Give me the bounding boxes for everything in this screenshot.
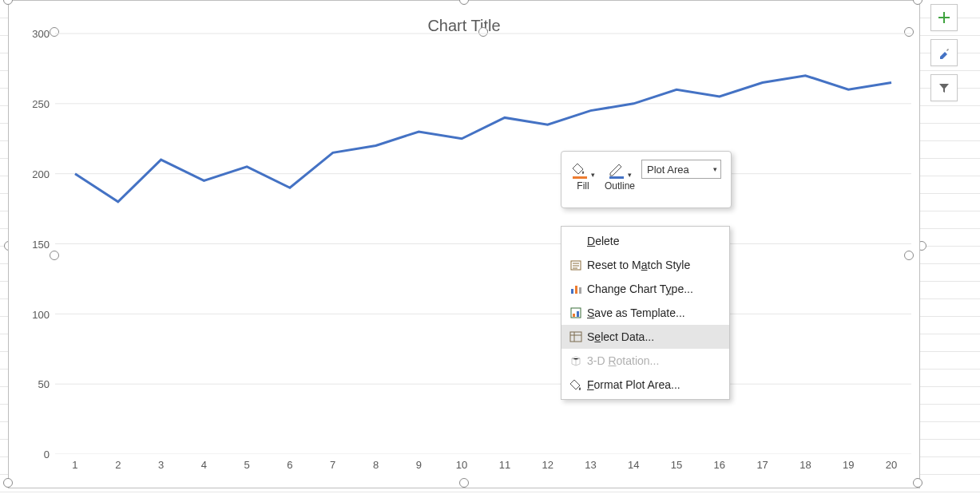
menu-format-plot-area[interactable]: Format Plot Area... xyxy=(561,373,729,397)
menu-label: Format Plot Area... xyxy=(587,378,680,391)
line-series[interactable] xyxy=(55,29,911,454)
mini-toolbar: ▾ Fill ▾ Outline Plot Area ▾ xyxy=(561,151,732,208)
x-axis-tick: 7 xyxy=(330,454,335,471)
x-axis-tick: 3 xyxy=(158,454,164,471)
chevron-down-icon: ▾ xyxy=(591,171,595,179)
menu-delete[interactable]: Delete xyxy=(561,229,729,253)
svg-rect-13 xyxy=(571,308,581,318)
outline-icon xyxy=(608,161,625,179)
plot-area[interactable]: 300 250 200 150 100 50 0 123456789101112… xyxy=(55,29,911,454)
x-axis-tick: 10 xyxy=(456,454,467,471)
svg-rect-15 xyxy=(577,311,579,317)
svg-rect-7 xyxy=(573,176,587,179)
chart-element-combo[interactable]: Plot Area ▾ xyxy=(641,160,721,179)
svg-rect-8 xyxy=(609,176,624,179)
filter-icon xyxy=(938,81,950,94)
fill-icon xyxy=(571,161,589,179)
menu-label: 3-D Rotation... xyxy=(587,354,659,367)
x-axis-tick: 1 xyxy=(72,454,77,471)
x-axis-tick: 17 xyxy=(756,454,768,471)
chart-selection-handle[interactable] xyxy=(3,478,13,488)
menu-label: Change Chart Type... xyxy=(587,283,693,295)
chevron-down-icon: ▾ xyxy=(628,171,632,179)
menu-label: Save as Template... xyxy=(587,306,685,319)
cube-icon xyxy=(565,354,587,367)
chart-styles-button[interactable] xyxy=(930,39,958,66)
y-axis-tick: 300 xyxy=(18,28,55,40)
chart-selection-handle[interactable] xyxy=(913,478,922,488)
x-axis-tick: 12 xyxy=(542,454,553,471)
menu-label: Select Data... xyxy=(587,330,654,343)
svg-rect-11 xyxy=(575,286,577,294)
svg-rect-12 xyxy=(579,287,581,294)
x-axis-tick: 18 xyxy=(799,454,811,471)
y-axis-tick: 250 xyxy=(18,98,55,110)
x-axis-tick: 11 xyxy=(499,454,510,471)
y-axis-tick: 100 xyxy=(18,308,55,320)
x-axis-tick: 4 xyxy=(201,454,207,471)
menu-select-data[interactable]: Select Data... xyxy=(561,325,729,349)
y-axis-tick: 200 xyxy=(18,168,55,180)
x-axis-tick: 15 xyxy=(671,454,682,471)
select-data-icon xyxy=(565,330,587,343)
chart-filter-button[interactable] xyxy=(930,74,958,101)
brush-icon xyxy=(938,46,950,59)
menu-label: Delete xyxy=(587,235,619,247)
svg-rect-10 xyxy=(571,289,573,294)
reset-icon xyxy=(565,259,587,271)
menu-3d-rotation: 3-D Rotation... xyxy=(561,349,729,373)
x-axis-tick: 2 xyxy=(115,454,121,471)
x-axis-tick: 14 xyxy=(628,454,639,471)
fill-label: Fill xyxy=(577,180,589,192)
svg-rect-14 xyxy=(573,314,575,317)
combo-value: Plot Area xyxy=(647,164,689,176)
x-axis-tick: 5 xyxy=(244,454,250,471)
outline-button[interactable]: ▾ Outline xyxy=(600,155,640,192)
chart-object[interactable]: Chart Title 300 250 200 150 100 50 0 123… xyxy=(8,0,920,488)
context-menu: Delete Reset to Match Style Change Chart… xyxy=(561,226,730,400)
chart-elements-button[interactable] xyxy=(930,4,958,31)
y-axis-tick: 150 xyxy=(18,238,55,250)
plus-icon xyxy=(938,11,950,24)
x-axis-tick: 9 xyxy=(416,454,422,471)
menu-save-template[interactable]: Save as Template... xyxy=(561,301,729,325)
menu-change-chart-type[interactable]: Change Chart Type... xyxy=(561,277,729,301)
chart-type-icon xyxy=(565,283,587,295)
menu-reset-style[interactable]: Reset to Match Style xyxy=(561,253,729,277)
x-axis-tick: 20 xyxy=(886,454,897,471)
svg-rect-16 xyxy=(570,332,581,342)
x-axis-tick: 19 xyxy=(843,454,854,471)
fill-button[interactable]: ▾ Fill xyxy=(566,155,600,192)
x-axis-tick: 16 xyxy=(714,454,725,471)
save-template-icon xyxy=(565,306,587,319)
chart-selection-handle[interactable] xyxy=(459,478,469,488)
y-axis-tick: 50 xyxy=(18,378,55,390)
x-axis-tick: 6 xyxy=(287,454,292,471)
outline-label: Outline xyxy=(605,180,635,192)
chart-selection-handle[interactable] xyxy=(459,0,469,5)
menu-label: Reset to Match Style xyxy=(587,259,690,271)
format-icon xyxy=(565,378,587,391)
x-axis-tick: 8 xyxy=(373,454,379,471)
x-axis-tick: 13 xyxy=(585,454,596,471)
chevron-down-icon: ▾ xyxy=(713,165,717,173)
y-axis-tick: 0 xyxy=(18,449,55,460)
